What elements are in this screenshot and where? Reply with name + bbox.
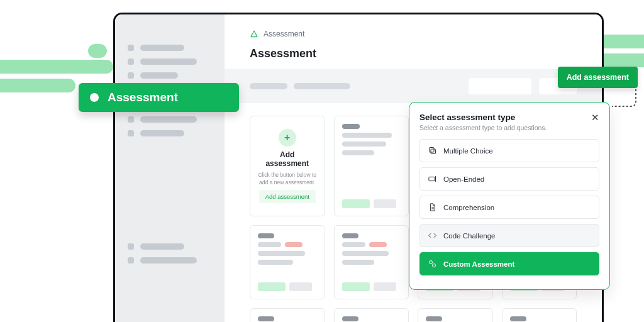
sidebar-item[interactable]: [128, 45, 212, 51]
option-label: Multiple Choice: [443, 147, 493, 155]
sidebar-item[interactable]: [128, 130, 212, 136]
decoration: [0, 79, 75, 92]
sidebar-item-label: Assessment: [108, 91, 178, 104]
assessment-card[interactable]: [334, 225, 409, 299]
assessment-card[interactable]: [250, 308, 325, 322]
sidebar-item[interactable]: [128, 58, 212, 65]
shapes-icon: [428, 259, 437, 269]
sidebar-item[interactable]: [128, 243, 212, 250]
option-label: Open-Ended: [443, 175, 484, 183]
sidebar-item-assessment-active[interactable]: Assessment: [79, 83, 239, 112]
assessment-card[interactable]: [418, 308, 493, 322]
assessment-type-popover: Select assessment type Select a assessme…: [409, 102, 610, 290]
add-card-title: Add assessment: [258, 150, 317, 168]
circle-icon: [90, 93, 99, 102]
option-label: Comprehension: [443, 204, 494, 211]
option-label: Custom Assessment: [443, 260, 514, 268]
add-card-link[interactable]: Add assessment: [259, 190, 316, 203]
filter-chip[interactable]: [469, 78, 531, 94]
code-icon: [428, 231, 437, 240]
page-title: Assessment: [225, 43, 602, 69]
button-label: Add assessment: [567, 73, 629, 82]
plus-icon: +: [279, 129, 296, 147]
text-cursor-icon: [428, 174, 437, 184]
assessment-card[interactable]: [334, 308, 409, 322]
assessment-card[interactable]: [250, 225, 325, 299]
breadcrumb: Assessment: [225, 14, 602, 43]
svg-rect-1: [431, 149, 436, 154]
add-card-subtitle: Click the button below to add a new asse…: [258, 172, 317, 186]
option-comprehension[interactable]: Comprehension: [419, 196, 599, 219]
svg-rect-2: [429, 177, 435, 180]
popover-title: Select assessment type: [419, 113, 547, 122]
sidebar-item[interactable]: [128, 257, 212, 264]
popover-subtitle: Select a assessment type to add question…: [419, 124, 547, 131]
triangle-icon: [250, 30, 258, 38]
svg-point-4: [433, 264, 436, 267]
decoration: [88, 44, 107, 58]
add-assessment-card[interactable]: + Add assessment Click the button below …: [250, 116, 325, 216]
connector-line: [611, 86, 639, 108]
sidebar: [115, 14, 225, 322]
filter-placeholder: [250, 83, 287, 89]
option-open-ended[interactable]: Open-Ended: [419, 167, 599, 191]
document-icon: [428, 203, 437, 212]
svg-point-3: [430, 261, 433, 264]
sidebar-item[interactable]: [128, 72, 212, 79]
breadcrumb-label: Assessment: [264, 30, 304, 38]
sidebar-item[interactable]: [128, 116, 212, 123]
svg-rect-0: [430, 148, 435, 153]
decoration: [0, 60, 113, 74]
add-assessment-button[interactable]: Add assessment: [558, 67, 638, 88]
filter-placeholder: [294, 83, 350, 89]
option-multiple-choice[interactable]: Multiple Choice: [419, 139, 599, 162]
option-label: Code Challenge: [443, 232, 495, 240]
close-icon[interactable]: ✕: [591, 113, 599, 122]
assessment-card[interactable]: [334, 116, 409, 216]
option-custom-assessment[interactable]: Custom Assessment: [419, 252, 599, 275]
option-code-challenge[interactable]: Code Challenge: [419, 224, 599, 247]
filter-bar: [225, 69, 602, 103]
copy-icon: [428, 146, 437, 155]
assessment-card[interactable]: [502, 308, 577, 322]
